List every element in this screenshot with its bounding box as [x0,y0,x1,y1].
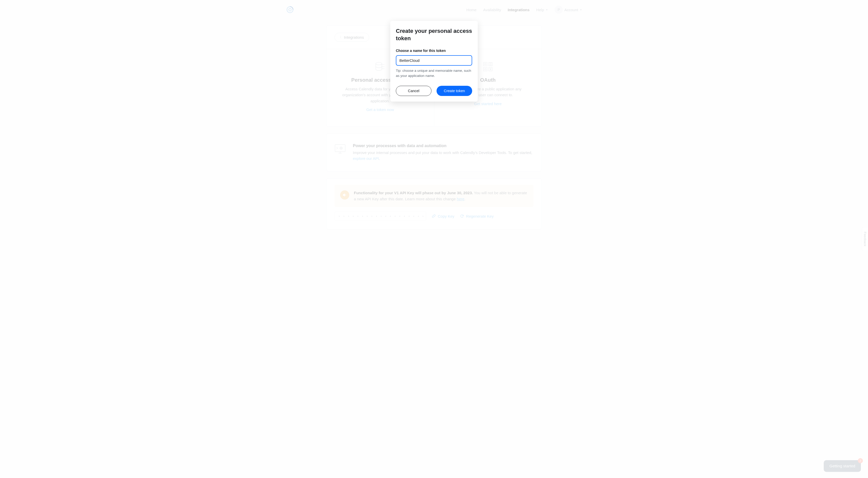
modal-title: Create your personal access token [396,28,472,42]
cancel-button[interactable]: Cancel [396,86,431,96]
create-token-modal: Create your personal access token Choose… [390,21,478,101]
token-name-tip: Tip: choose a unique and memorable name,… [396,68,472,79]
create-token-button[interactable]: Create token [437,86,472,96]
token-name-label: Choose a name for this token [396,49,472,53]
token-name-input[interactable] [396,55,472,66]
modal-overlay[interactable]: Create your personal access token Choose… [0,0,868,478]
